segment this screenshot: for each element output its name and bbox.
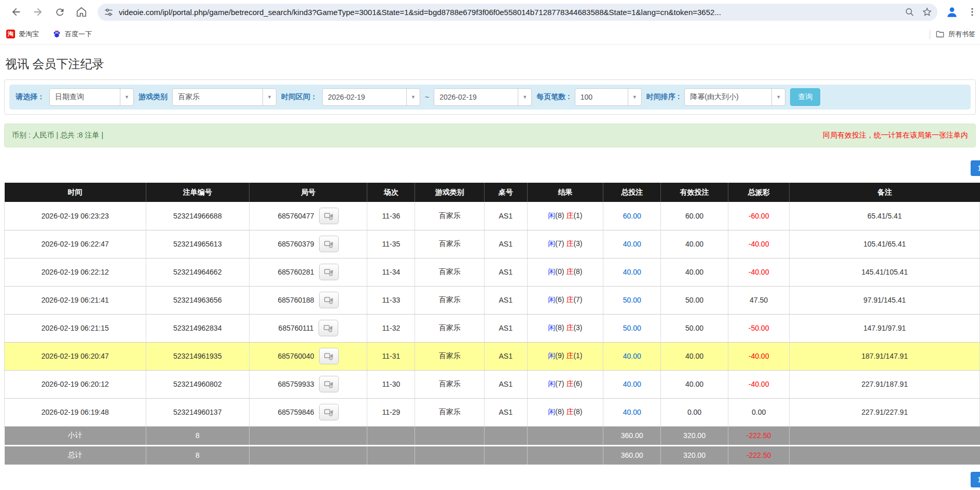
query-type-select[interactable]: 日期查询 ▼: [49, 88, 134, 106]
subtotal-valid-bet: 320.00: [661, 426, 728, 445]
total-bet-link[interactable]: 60.00: [623, 212, 641, 220]
cell-result: 闲(8) 庄(8): [527, 398, 603, 426]
player-result: 闲: [548, 267, 555, 276]
round-id-text: 685759846: [278, 408, 314, 416]
cell-bet-id: 523214960802: [146, 370, 249, 398]
player-result: 闲: [548, 211, 555, 220]
cell-game-type: 百家乐: [415, 370, 484, 398]
cell-valid-bet: 40.00: [661, 258, 728, 286]
sort-value: 降幂(由大到小): [685, 92, 771, 102]
time-range-label: 时间区间：: [281, 92, 318, 102]
header-round-id: 局号: [249, 183, 367, 202]
filter-bar: 请选择： 日期查询 ▼ 游戏类别 百家乐 ▼ 时间区间： 2026-02-19 …: [9, 85, 971, 110]
cell-session: 11-29: [367, 398, 415, 426]
menu-kebab-icon[interactable]: [963, 3, 980, 21]
page-size-select[interactable]: 100 ▼: [575, 88, 642, 106]
url-text[interactable]: videoie.com/ipl/portal.php/game/betrecor…: [119, 8, 900, 17]
total-bet-link[interactable]: 40.00: [623, 268, 641, 276]
reload-icon[interactable]: [51, 3, 68, 21]
date-from-select[interactable]: 2026-02-19 ▼: [322, 88, 420, 106]
cell-result: 闲(7) 庄(6): [527, 370, 603, 398]
bookmark-star-icon[interactable]: [922, 7, 932, 17]
header-note: 备注: [790, 183, 980, 202]
total-total-bet: 360.00: [603, 445, 661, 465]
total-bet-link[interactable]: 40.00: [623, 352, 641, 360]
chevron-down-icon: ▼: [406, 89, 420, 105]
bookmark-baidu[interactable]: 百度一下: [52, 30, 92, 39]
page-title: 视讯 会员下注纪录: [0, 45, 980, 79]
all-bookmarks-button[interactable]: 所有书签: [935, 30, 980, 39]
date-to-select[interactable]: 2026-02-19 ▼: [434, 88, 532, 106]
video-replay-button[interactable]: [319, 320, 338, 336]
cell-time: 2026-02-19 06:21:41: [5, 286, 146, 314]
video-replay-button[interactable]: [319, 264, 339, 280]
back-icon[interactable]: [7, 3, 25, 21]
table-footer: 小计 8 360.00 320.00 -222.50 总计 8 360.00 3…: [5, 426, 980, 465]
total-bet-link[interactable]: 40.00: [623, 240, 641, 248]
total-count: 8: [146, 445, 249, 465]
header-bet-id: 注单编号: [146, 183, 249, 202]
video-replay-button[interactable]: [319, 404, 339, 420]
player-result: 闲: [548, 351, 555, 360]
cell-round-id: 685760477: [249, 202, 367, 230]
total-bet-link[interactable]: 50.00: [623, 296, 641, 304]
site-settings-icon[interactable]: [104, 7, 114, 17]
table-row: 2026-02-19 06:20:47 523214961935 6857600…: [5, 342, 980, 370]
forward-icon[interactable]: [29, 3, 47, 21]
subtotal-count: 8: [146, 426, 249, 445]
header-total-bet: 总投注: [603, 183, 661, 202]
cell-payout: -40.00: [728, 258, 789, 286]
date-to-value: 2026-02-19: [434, 93, 518, 101]
header-result: 结果: [527, 183, 603, 202]
cell-table-no: AS1: [484, 202, 527, 230]
cell-bet-id: 523214963656: [146, 286, 249, 314]
table-row: 2026-02-19 06:22:47 523214965613 6857603…: [5, 230, 980, 258]
chevron-down-icon: ▼: [263, 89, 276, 105]
video-replay-button[interactable]: [319, 208, 339, 224]
folder-icon: [935, 30, 945, 39]
cell-total-bet: 40.00: [603, 398, 661, 426]
page-1-button[interactable]: 1: [971, 160, 980, 176]
video-replay-button[interactable]: [319, 236, 339, 252]
video-replay-button[interactable]: [319, 376, 339, 392]
banker-result: 庄: [566, 351, 573, 360]
cell-table-no: AS1: [484, 286, 527, 314]
page-size-value: 100: [575, 93, 628, 101]
search-button[interactable]: 查询: [790, 88, 820, 106]
page-1-button[interactable]: 1: [971, 472, 980, 487]
currency-summary: 币别 : 人民币 | 总共 :8 注单 |: [12, 131, 103, 140]
zoom-icon[interactable]: [905, 7, 915, 17]
cell-total-bet: 50.00: [603, 286, 661, 314]
cell-result: 闲(8) 庄(1): [527, 202, 603, 230]
round-id-text: 685760188: [278, 296, 314, 304]
total-bet-link[interactable]: 50.00: [623, 324, 641, 332]
address-bar[interactable]: videoie.com/ipl/portal.php/game/betrecor…: [98, 4, 937, 21]
total-bet-link[interactable]: 40.00: [623, 380, 641, 388]
cell-valid-bet: 50.00: [661, 286, 728, 314]
video-replay-button[interactable]: [319, 292, 339, 308]
round-id-text: 685760281: [278, 268, 314, 276]
cell-table-no: AS1: [484, 230, 527, 258]
chevron-down-icon: ▼: [628, 89, 641, 105]
cell-round-id: 685759933: [249, 370, 367, 398]
cell-valid-bet: 50.00: [661, 314, 728, 342]
video-replay-button[interactable]: [319, 348, 339, 364]
summary-bar: 币别 : 人民币 | 总共 :8 注单 | 同局有效投注，统一计算在该局第一张注…: [4, 124, 976, 147]
sort-select[interactable]: 降幂(由大到小) ▼: [684, 88, 785, 106]
cell-round-id: 685760040: [249, 342, 367, 370]
game-type-label: 游戏类别: [139, 92, 168, 102]
cell-total-bet: 40.00: [603, 230, 661, 258]
home-icon[interactable]: [73, 3, 90, 21]
page-content: 视讯 会员下注纪录 请选择： 日期查询 ▼ 游戏类别 百家乐 ▼ 时间区间： 2…: [0, 45, 980, 487]
cell-total-bet: 40.00: [603, 342, 661, 370]
cell-payout: -40.00: [728, 230, 789, 258]
game-type-select[interactable]: 百家乐 ▼: [172, 88, 277, 106]
player-result: 闲: [548, 295, 555, 304]
cell-session: 11-33: [367, 286, 415, 314]
total-bet-link[interactable]: 40.00: [623, 408, 641, 416]
profile-avatar[interactable]: [945, 5, 959, 19]
table-header: 时间 注单编号 局号 场次 游戏类别 桌号 结果 总投注 有效投注 总派彩 备注: [5, 183, 980, 202]
header-time: 时间: [5, 183, 146, 202]
cell-session: 11-34: [367, 258, 415, 286]
bookmark-taobao[interactable]: 淘 爱淘宝: [6, 30, 39, 39]
